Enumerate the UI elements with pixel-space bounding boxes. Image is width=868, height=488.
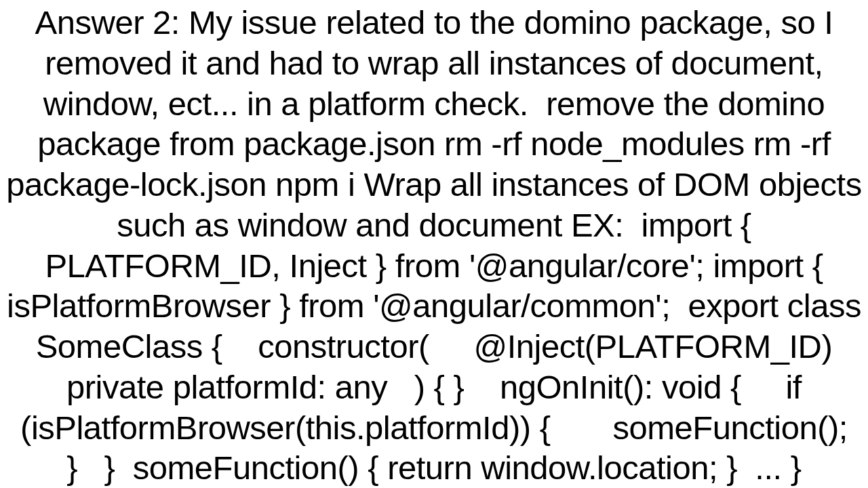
answer-text: Answer 2: My issue related to the domino…: [0, 0, 868, 488]
